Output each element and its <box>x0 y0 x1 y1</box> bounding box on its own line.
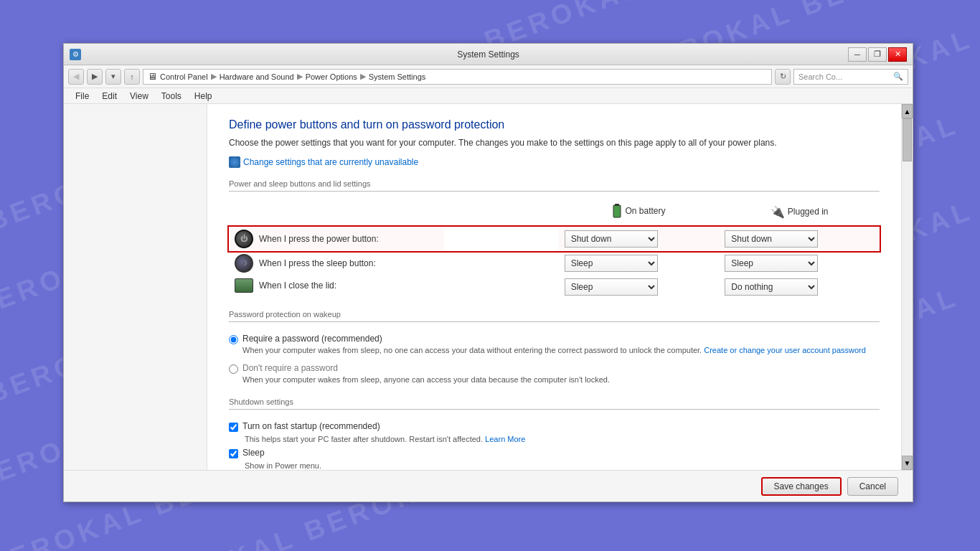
sleep-button-cell-label: ☽ When I press the sleep button: <box>229 251 444 276</box>
lid-label: When I close the lid: <box>259 281 336 291</box>
cancel-button[interactable]: Cancel <box>847 477 898 496</box>
col-setting <box>229 200 559 227</box>
power-button-cell-label: ⏻ When I press the power button: <box>229 227 444 251</box>
change-settings-text: Change settings that are currently unava… <box>243 157 418 167</box>
titlebar-title: System Settings <box>457 50 519 60</box>
page-description: Choose the power settings that you want … <box>229 137 880 149</box>
recent-button[interactable]: ▾ <box>105 69 121 85</box>
sleep-button-battery-select[interactable]: Do nothing Sleep Hibernate Shut down <box>565 255 658 272</box>
address-hardware-sound: Hardware and Sound <box>220 72 294 81</box>
titlebar-left: ⚙ <box>70 49 81 60</box>
shield-icon <box>229 156 240 168</box>
save-changes-button[interactable]: Save changes <box>761 477 842 496</box>
password-section-header: Password protection on wakeup <box>229 310 880 322</box>
no-password-label-group: Don't require a password When your compu… <box>242 363 610 385</box>
learn-more-link[interactable]: Learn More <box>485 435 525 443</box>
lid-icon <box>235 278 253 293</box>
password-section: Require a password (recommended) When yo… <box>229 334 880 386</box>
power-button-label: When I press the power button: <box>259 234 379 244</box>
address-system-settings: System Settings <box>369 72 425 81</box>
address-power-options: Power Options <box>306 72 357 81</box>
require-password-option: Require a password (recommended) When yo… <box>229 334 880 356</box>
search-bar[interactable]: Search Co... 🔍 <box>793 69 908 85</box>
address-icon: 🖥 <box>148 71 157 82</box>
forward-button[interactable]: ▶ <box>87 69 103 85</box>
shutdown-section-header: Shutdown settings <box>229 397 880 410</box>
section-power-buttons-header: Power and sleep buttons and lid settings <box>229 179 880 192</box>
svg-rect-0 <box>613 205 621 217</box>
no-password-desc: When your computer wakes from sleep, any… <box>242 375 610 384</box>
menubar: File Edit View Tools Help <box>64 88 913 104</box>
menu-edit[interactable]: Edit <box>96 90 123 103</box>
titlebar-icon: ⚙ <box>70 49 81 60</box>
sleep-button-plugged-select[interactable]: Do nothing Sleep Hibernate Shut down <box>725 255 818 272</box>
navbar: ◀ ▶ ▾ ↑ 🖥 Control Panel ▶ Hardware and S… <box>64 65 913 88</box>
fast-startup-item: Turn on fast startup (recommended) <box>229 421 880 432</box>
change-settings-link[interactable]: Change settings that are currently unava… <box>229 156 880 168</box>
create-password-link[interactable]: Create or change your user account passw… <box>704 346 866 354</box>
sleep-checkbox[interactable] <box>229 449 238 458</box>
address-control-panel: Control Panel <box>160 72 208 81</box>
battery-icon <box>612 203 622 219</box>
menu-help[interactable]: Help <box>189 90 218 103</box>
sleep-button-battery-cell: Do nothing Sleep Hibernate Shut down <box>559 251 720 276</box>
scrollbar-thumb[interactable] <box>903 118 912 161</box>
power-button-battery-select[interactable]: Do nothing Sleep Hibernate Shut down <box>565 230 658 248</box>
sleep-checkbox-label: Sleep <box>242 448 265 458</box>
close-button[interactable]: ✕ <box>888 47 907 62</box>
sleep-button-plugged-cell: Do nothing Sleep Hibernate Shut down <box>719 251 880 276</box>
sleep-button-row: ☽ When I press the sleep button: Do noth… <box>229 251 880 276</box>
scrollbar[interactable]: ▲ ▼ <box>901 104 913 470</box>
restore-button[interactable]: ❐ <box>868 47 887 62</box>
minimize-button[interactable]: ─ <box>848 47 867 62</box>
lid-cell-label: When I close the lid: <box>229 276 444 296</box>
sleep-button-label: When I press the sleep button: <box>259 258 376 268</box>
require-password-label-group: Require a password (recommended) When yo… <box>242 334 866 356</box>
lid-plugged-select[interactable]: Do nothing Sleep Hibernate Shut down <box>725 278 818 296</box>
search-placeholder-text: Search Co... <box>798 72 842 81</box>
titlebar: ⚙ System Settings ─ ❐ ✕ <box>64 44 913 65</box>
bottom-bar: Save changes Cancel <box>64 470 913 501</box>
no-password-radio[interactable] <box>229 364 238 374</box>
refresh-button[interactable]: ↻ <box>775 69 791 85</box>
lid-row: When I close the lid: Do nothing Sleep H… <box>229 276 880 298</box>
power-settings-table: On battery 🔌 Plugged in <box>229 200 880 298</box>
page-title: Define power buttons and turn on passwor… <box>229 118 880 131</box>
power-button-plugged-cell: Do nothing Sleep Hibernate Shut down <box>719 227 880 251</box>
titlebar-controls: ─ ❐ ✕ <box>848 47 907 62</box>
svg-rect-1 <box>615 204 619 206</box>
address-sep-3: ▶ <box>360 72 366 81</box>
menu-tools[interactable]: Tools <box>156 90 187 103</box>
scroll-up-button[interactable]: ▲ <box>902 104 913 118</box>
col-plugged: 🔌 Plugged in <box>719 200 880 227</box>
address-bar[interactable]: 🖥 Control Panel ▶ Hardware and Sound ▶ P… <box>143 69 772 85</box>
power-button-icon: ⏻ <box>235 230 253 248</box>
back-button[interactable]: ◀ <box>68 69 84 85</box>
sleep-sublabel: Show in Power menu. <box>245 461 880 470</box>
power-button-row: ⏻ When I press the power button: Do noth… <box>229 227 880 251</box>
fast-startup-checkbox[interactable] <box>229 423 238 432</box>
power-button-plugged-select[interactable]: Do nothing Sleep Hibernate Shut down <box>725 230 818 248</box>
sleep-item: Sleep <box>229 448 880 458</box>
plug-icon: 🔌 <box>771 205 785 219</box>
address-sep-2: ▶ <box>297 72 303 81</box>
require-password-radio[interactable] <box>229 335 238 344</box>
system-settings-window: ⚙ System Settings ─ ❐ ✕ ◀ ▶ ▾ ↑ 🖥 Contro… <box>63 43 913 502</box>
sleep-button-icon: ☽ <box>235 254 253 273</box>
lid-battery-cell: Do nothing Sleep Hibernate Shut down <box>559 276 720 298</box>
sidebar <box>64 104 207 470</box>
power-button-battery-cell: Do nothing Sleep Hibernate Shut down <box>559 227 720 251</box>
menu-view[interactable]: View <box>124 90 154 103</box>
shutdown-section: Turn on fast startup (recommended) This … <box>229 421 880 470</box>
require-password-desc: When your computer wakes from sleep, no … <box>242 346 866 354</box>
up-button[interactable]: ↑ <box>124 69 140 85</box>
main-content: Define power buttons and turn on passwor… <box>207 104 901 470</box>
search-icon: 🔍 <box>893 72 903 81</box>
menu-file[interactable]: File <box>70 90 95 103</box>
content-area: Define power buttons and turn on passwor… <box>64 104 913 470</box>
scroll-down-button[interactable]: ▼ <box>902 456 913 470</box>
address-sep-1: ▶ <box>211 72 217 81</box>
require-password-title: Require a password (recommended) <box>242 334 866 344</box>
lid-battery-select[interactable]: Do nothing Sleep Hibernate Shut down <box>565 278 658 296</box>
fast-startup-label: Turn on fast startup (recommended) <box>242 421 380 431</box>
